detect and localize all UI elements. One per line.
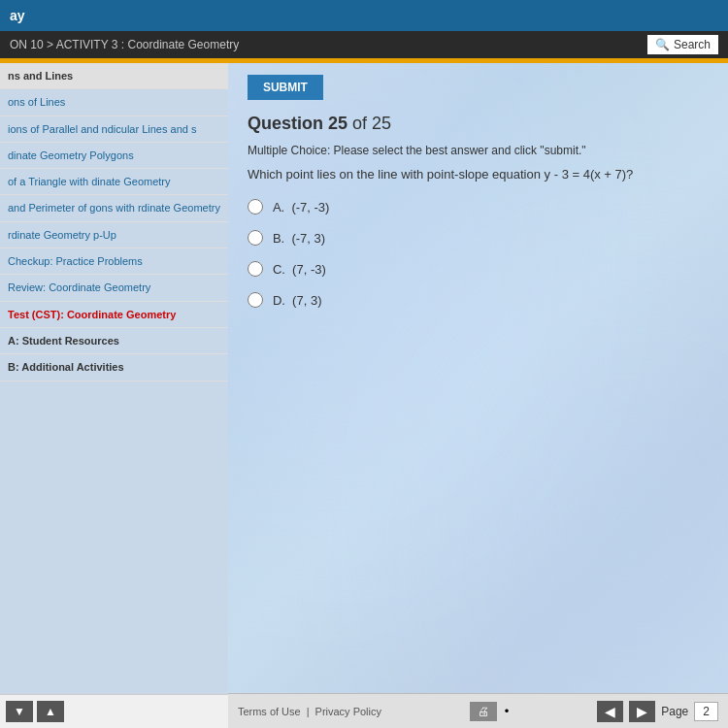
sidebar-item-label: dinate Geometry Polygons: [8, 149, 134, 161]
sidebar-item-ons-lines[interactable]: ons of Lines: [0, 89, 228, 116]
top-bar: ay: [0, 0, 728, 31]
question-type: Multiple Choice: Please select the best …: [248, 144, 709, 157]
sidebar-item-perimeter[interactable]: and Perimeter of gons with rdinate Geome…: [0, 195, 228, 221]
sidebar-item-parallel[interactable]: ions of Parallel and ndicular Lines and …: [0, 116, 228, 143]
search-label: Search: [674, 38, 711, 51]
breadcrumb: ON 10 > ACTIVITY 3 : Coordinate Geometry: [10, 38, 239, 51]
sidebar-item-label: rdinate Geometry p-Up: [8, 229, 116, 241]
sidebar-item-checkup[interactable]: Checkup: Practice Problems: [0, 248, 228, 275]
sidebar-item-label: of a Triangle with dinate Geometry: [8, 176, 171, 187]
sidebar-item-label: ns and Lines: [8, 70, 73, 82]
sidebar-item-label: Checkup: Practice Problems: [8, 255, 143, 267]
content-area: SUBMIT Question 25 of 25 Multiple Choice…: [228, 63, 728, 728]
answer-label-a: A. (-7, -3): [273, 200, 330, 215]
sidebar-item-test[interactable]: Test (CST): Coordinate Geometry: [0, 302, 228, 328]
app-title: ay: [10, 8, 25, 23]
sidebar-item-label: Test (CST): Coordinate Geometry: [8, 309, 176, 320]
content-inner: SUBMIT Question 25 of 25 Multiple Choice…: [228, 63, 728, 335]
bottom-left: Terms of Use | Privacy Policy: [238, 706, 381, 717]
bottom-right: ◀ ▶ Page 2: [597, 701, 718, 722]
page-label: Page: [661, 705, 688, 718]
sidebar-item-label: Review: Coordinate Geometry: [8, 281, 150, 293]
print-icon[interactable]: 🖨: [470, 702, 497, 721]
radio-a[interactable]: [248, 199, 263, 215]
answer-label-c: C. (7, -3): [273, 262, 326, 277]
submit-button[interactable]: SUBMIT: [248, 75, 323, 100]
bottom-bar: Terms of Use | Privacy Policy 🖨 • ◀ ▶ Pa…: [228, 693, 728, 728]
answer-option-d[interactable]: D. (7, 3): [248, 292, 709, 308]
sidebar-item-label: ions of Parallel and ndicular Lines and …: [8, 123, 196, 135]
sidebar-prev-button[interactable]: ▼: [6, 701, 33, 722]
answer-option-a[interactable]: A. (-7, -3): [248, 199, 709, 215]
sidebar-item-review[interactable]: Review: Coordinate Geometry: [0, 275, 228, 301]
answer-label-b: B. (-7, 3): [273, 231, 325, 246]
sidebar-item-additional: B: Additional Activities: [0, 354, 228, 381]
radio-c[interactable]: [248, 261, 263, 277]
breadcrumb-bar: ON 10 > ACTIVITY 3 : Coordinate Geometry…: [0, 31, 728, 58]
page-prev-button[interactable]: ◀: [597, 701, 623, 722]
radio-b[interactable]: [248, 230, 263, 246]
sidebar-item-ns-lines: ns and Lines: [0, 63, 228, 89]
bottom-center: 🖨 •: [470, 702, 510, 721]
dot-indicator: •: [505, 704, 510, 718]
page-next-button[interactable]: ▶: [629, 701, 655, 722]
question-title: Question 25 of 25: [248, 114, 709, 134]
search-icon: 🔍: [655, 38, 670, 51]
terms-link[interactable]: Terms of Use: [238, 706, 301, 717]
search-box[interactable]: 🔍 Search: [647, 35, 718, 54]
privacy-link[interactable]: Privacy Policy: [315, 706, 381, 717]
answer-label-d: D. (7, 3): [273, 293, 322, 308]
sidebar: ns and Lines ons of Lines ions of Parall…: [0, 63, 228, 728]
question-number: 25: [328, 114, 347, 133]
sidebar-item-label: B: Additional Activities: [8, 361, 124, 373]
answer-option-b[interactable]: B. (-7, 3): [248, 230, 709, 246]
question-of: of: [352, 114, 372, 133]
radio-d[interactable]: [248, 292, 263, 308]
sidebar-item-triangle[interactable]: of a Triangle with dinate Geometry: [0, 169, 228, 195]
sidebar-item-student-resources: A: Student Resources: [0, 328, 228, 354]
question-text: Which point lies on the line with point-…: [248, 167, 709, 182]
sidebar-next-button[interactable]: ▲: [37, 701, 64, 722]
sidebar-footer: ▼ ▲: [0, 694, 228, 728]
sidebar-content: ns and Lines ons of Lines ions of Parall…: [0, 63, 228, 694]
sidebar-item-label: A: Student Resources: [8, 335, 119, 347]
main-layout: ns and Lines ons of Lines ions of Parall…: [0, 63, 728, 728]
answer-option-c[interactable]: C. (7, -3): [248, 261, 709, 277]
separator: |: [307, 706, 310, 717]
page-number: 2: [694, 702, 718, 721]
sidebar-item-popup[interactable]: rdinate Geometry p-Up: [0, 222, 228, 248]
sidebar-item-label: and Perimeter of gons with rdinate Geome…: [8, 202, 220, 214]
sidebar-item-coord-poly[interactable]: dinate Geometry Polygons: [0, 143, 228, 169]
sidebar-item-label: ons of Lines: [8, 96, 65, 108]
question-total: 25: [372, 114, 391, 133]
